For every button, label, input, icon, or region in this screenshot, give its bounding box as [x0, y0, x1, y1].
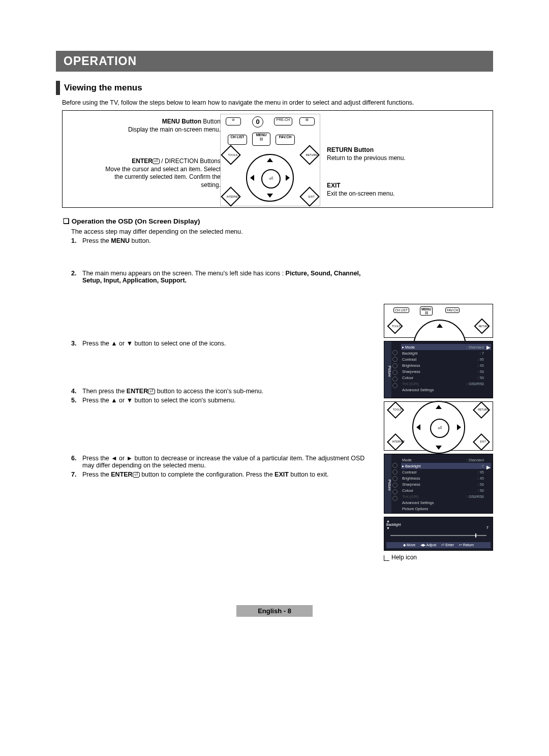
enter-icon: ⏎ [152, 159, 160, 164]
osd-sub-intro: The access step may differ depending on … [71, 228, 493, 235]
hook-icon [384, 555, 389, 561]
osd2-icon-col [391, 461, 399, 513]
help-icon-caption: Help icon [384, 554, 493, 561]
osd-row: Tint (G/R): G50/R50 [401, 381, 491, 387]
enter-inner-icon: ⏎ [430, 419, 449, 438]
slider-top: ▲Backlight▼ [386, 519, 491, 530]
dpad-circle-icon: ⏎ [412, 401, 465, 454]
osd-row: Colour: 50 [401, 374, 491, 381]
help-item: ↩ Return [459, 543, 474, 547]
src-button-icon: ⊞ [299, 117, 315, 125]
help-item: ◀▶ Adjust [420, 543, 436, 547]
prech-button-icon: PRE-CH [274, 117, 292, 125]
osd-row: Picture Options [401, 506, 491, 512]
page-footer: English - 8 [236, 605, 313, 617]
slider-track-icon [390, 535, 486, 536]
help-item: ⏎ Enter [441, 543, 454, 547]
side-figures: CH LIST MENU☷ FAV.CH TOOLS RETURN Pictur… [384, 304, 493, 561]
internet-button-icon: INTERNET [221, 186, 241, 207]
osd-row: Colour: 50 [401, 487, 491, 493]
chlist-mini-icon: CH LIST [393, 307, 409, 313]
exit-button-icon: EXIT [299, 186, 320, 207]
step-1: 1. Press the MENU button. [71, 237, 493, 244]
arrow-right-icon: ▶ [486, 464, 491, 470]
remote-cross-fig: TOOLS RETURN INTERNET EXIT ⏎ [384, 401, 493, 451]
help-item: ◆ Move [403, 543, 415, 547]
osd-row: Sharpness: 50 [401, 481, 491, 487]
enter-button-icon: ⏎ [261, 169, 281, 188]
internet-corner-icon: INTERNET [387, 433, 404, 451]
osd-row: ▸ Mode: Standard [401, 344, 491, 350]
return-mini-icon: RETURN [474, 318, 490, 334]
section-banner: OPERATION [56, 51, 493, 72]
step-2: 2. The main menu appears on the screen. … [71, 270, 493, 284]
remote-diagram-box: MENU Button Button Display the main on-s… [62, 110, 493, 208]
remote-mini-fig-1: CH LIST MENU☷ FAV.CH TOOLS RETURN [384, 304, 493, 338]
tools-button-icon: TOOLS [221, 145, 241, 165]
arrow-right-icon: ▶ [486, 344, 491, 350]
callout-return: RETURN Button Return to the previous men… [327, 146, 406, 162]
osd-picture-menu-1: Picture ▶ ▸ Mode: StandardBacklight: 7Co… [384, 341, 493, 398]
osd-row: Backlight: 7 [401, 350, 491, 356]
osd-row: Advanced Settings [401, 387, 491, 393]
tools-corner-icon: TOOLS [387, 401, 404, 419]
osd1-icon-col [391, 349, 399, 398]
help-bar: ◆ Move◀▶ Adjust⏎ Enter↩ Return [386, 542, 491, 548]
title-bar-icon [56, 81, 60, 95]
menu-mini-icon: MENU☷ [420, 306, 433, 316]
osd-row: Brightness: 45 [401, 475, 491, 481]
slider-value: 7 [486, 525, 489, 530]
callout-menu: MENU Button Button Display the main on-s… [109, 118, 221, 134]
osd-row: Tint (G/R): G50/R50 [401, 493, 491, 499]
osd-row: Brightness: 45 [401, 362, 491, 368]
enter-icon: ⏎ [148, 389, 155, 394]
favch-mini-icon: FAV.CH [445, 307, 460, 313]
chlist-button-icon: CH LIST [228, 135, 247, 145]
favch-button-icon: FAV.CH [276, 135, 295, 145]
menu-button-icon: MENU☷ [252, 133, 270, 146]
zero-button-icon: 0 [252, 116, 263, 128]
slider-thumb-icon [475, 533, 476, 538]
osd-row: Contrast: 95 [401, 469, 491, 475]
callout-exit: EXIT Exit the on-screen menu. [327, 182, 394, 198]
osd1-tab: Picture [384, 341, 391, 398]
return-corner-icon: RETURN [473, 401, 490, 419]
osd-picture-menu-2: Picture ▶ Mode: Standard▸ Backlight: 7Co… [384, 454, 493, 514]
exit-corner-icon: EXIT [473, 433, 490, 451]
osd2-tab: Picture [384, 454, 391, 513]
mute-button-icon: ⊘ [226, 117, 241, 125]
callout-enter: ENTER⏎ / DIRECTION Buttons Move the curs… [104, 158, 221, 189]
enter-icon: ⏎ [133, 472, 140, 478]
osd-row: Sharpness: 50 [401, 368, 491, 374]
osd-subheading: Operation the OSD (On Screen Display) [63, 217, 493, 225]
tools-mini-icon: TOOLS [387, 318, 403, 334]
nav-dpad-icon: ⏎ [246, 154, 294, 202]
intro-text: Before using the TV, follow the steps be… [62, 99, 493, 106]
osd-row: Advanced Settings [401, 499, 491, 506]
osd-row: ▸ Backlight: 7 [401, 463, 491, 469]
return-button-icon: RETURN [299, 145, 320, 165]
backlight-slider-fig: ▲Backlight▼ 7 ◆ Move◀▶ Adjust⏎ Enter↩ Re… [384, 517, 493, 551]
section-title-text: Viewing the menus [64, 83, 142, 93]
osd-row: Contrast: 95 [401, 356, 491, 362]
section-title: Viewing the menus [56, 81, 493, 95]
remote-illustration: ⊘ 0 PRE-CH ⊞ CH LIST MENU☷ FAV.CH TOOLS … [220, 114, 320, 206]
osd-row: Mode: Standard [401, 457, 491, 463]
